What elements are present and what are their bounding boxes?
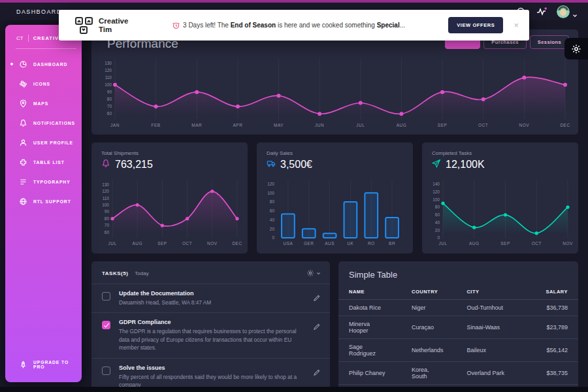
- svg-text:APR: APR: [233, 123, 242, 127]
- svg-text:USA: USA: [283, 241, 293, 246]
- simple-table: NAMECOUNTRYCITYSALARY Dakota RiceNigerOu…: [338, 286, 578, 392]
- sidebar-item-notifications[interactable]: NOTIFICATIONS: [5, 113, 82, 133]
- range-button-sessions[interactable]: Sessions: [530, 35, 569, 49]
- task-checkbox[interactable]: [102, 321, 110, 329]
- stat-card-daily-sales: Daily Sales 3,500€ 020406080100120USAGER…: [257, 142, 413, 253]
- active-dot: [10, 63, 13, 65]
- task-checkbox[interactable]: [102, 367, 110, 375]
- column-header: SALARY: [535, 286, 578, 300]
- svg-text:AUG: AUG: [469, 241, 480, 246]
- svg-text:NOV: NOV: [519, 123, 530, 127]
- svg-text:BR: BR: [389, 241, 395, 246]
- svg-text:DEC: DEC: [232, 241, 242, 246]
- table-cell: Dakota Rice: [338, 300, 401, 316]
- task-list: Update the DocumentationDwuamish Head, S…: [91, 284, 330, 392]
- task-edit-button[interactable]: [313, 293, 321, 304]
- table-cell: $56,142: [535, 339, 578, 362]
- tasks-header: TASKS(5) Today: [91, 261, 330, 284]
- sidebar-item-maps[interactable]: MAPS: [5, 93, 82, 113]
- sidebar-item-label: RTL SUPPORT: [33, 199, 71, 204]
- sidebar-item-icons[interactable]: ICONS: [5, 74, 82, 93]
- svg-text:70: 70: [107, 104, 112, 108]
- svg-text:100: 100: [433, 197, 440, 202]
- bell-icon: [19, 119, 27, 127]
- svg-text:90: 90: [105, 209, 110, 214]
- pencil-icon: [313, 368, 321, 376]
- sidebar-item-user-profile[interactable]: USER PROFILE: [5, 133, 82, 152]
- tasks-settings-button[interactable]: [306, 269, 321, 277]
- svg-text:60: 60: [105, 230, 110, 235]
- table-cell: Minerva Hooper: [338, 316, 401, 339]
- upgrade-to-pro-button[interactable]: UPGRADE TO PRO: [5, 355, 82, 374]
- stat-value: 12,100K: [432, 159, 485, 171]
- view-offers-button[interactable]: VIEW OFFERS: [448, 17, 503, 33]
- svg-text:140: 140: [433, 182, 440, 186]
- svg-text:MAY: MAY: [274, 123, 284, 127]
- sidebar-item-label: DASHBOARD: [33, 62, 67, 67]
- globe-icon: [19, 197, 27, 206]
- sidebar-menu: DASHBOARDICONSMAPSNOTIFICATIONSUSER PROF…: [5, 54, 82, 211]
- sidebar-item-label: TYPOGRAPHY: [33, 180, 71, 184]
- sidebar-item-label: MAPS: [33, 101, 48, 106]
- task-body: Update the DocumentationDwuamish Head, S…: [119, 290, 306, 306]
- total-shipments-chart: 60708090100110120130JULAUGSEPOCTNOVDEC: [97, 176, 242, 247]
- send-icon: [432, 159, 441, 168]
- table-cell: $23,789: [535, 316, 578, 339]
- svg-text:0: 0: [437, 235, 440, 240]
- app: DASHBOARD: [0, 0, 588, 392]
- avatar[interactable]: [557, 5, 570, 18]
- alarm-clock-icon: [172, 21, 180, 29]
- stat-card-completed-tasks: Completed Tasks 12,100K 0204060801001201…: [422, 142, 578, 253]
- table-cell: $38,735: [535, 362, 578, 385]
- settings-gear-button[interactable]: [564, 38, 588, 59]
- svg-text:100: 100: [105, 82, 112, 87]
- svg-text:70: 70: [105, 223, 110, 227]
- caret-down-icon: [316, 271, 321, 276]
- svg-text:AUG: AUG: [397, 123, 407, 127]
- task-title: GDPR Compliance: [119, 319, 306, 325]
- sidebar-upgrade: UPGRADE TO PRO: [5, 355, 82, 374]
- sidebar-divider: [16, 48, 76, 49]
- puzzle-icon: [19, 158, 27, 167]
- svg-text:DEC: DEC: [560, 123, 570, 127]
- svg-text:120: 120: [102, 189, 109, 193]
- svg-text:20: 20: [435, 228, 440, 233]
- svg-text:60: 60: [270, 208, 275, 213]
- svg-text:130: 130: [102, 182, 109, 187]
- svg-text:110: 110: [105, 75, 112, 80]
- rocket-icon: [19, 361, 27, 369]
- pencil-icon: [313, 323, 321, 331]
- column-header: CITY: [456, 286, 535, 300]
- table-cell: Korea, South: [401, 362, 456, 385]
- table-cell: Sinaai-Waas: [456, 316, 535, 339]
- svg-text:SEP: SEP: [438, 123, 448, 127]
- task-edit-button[interactable]: [313, 321, 321, 333]
- gear-icon: [306, 269, 314, 277]
- stat-value: 3,500€: [267, 159, 312, 171]
- table-row: Minerva HooperCuraçaoSinaai-Waas$23,789: [338, 316, 578, 339]
- task-edit-button[interactable]: [313, 367, 321, 379]
- table-cell: Oud-Turnhout: [456, 300, 535, 316]
- sidebar-item-rtl-support[interactable]: RTL SUPPORT: [5, 191, 82, 211]
- sidebar-item-table-list[interactable]: TABLE LIST: [5, 152, 82, 172]
- svg-text:NOV: NOV: [207, 241, 218, 246]
- banner-close-button[interactable]: ×: [514, 20, 519, 30]
- svg-text:OCT: OCT: [532, 241, 542, 246]
- brand-initials: CT: [16, 35, 24, 41]
- svg-text:OCT: OCT: [182, 241, 192, 246]
- promo-banner: Creative Tim 3 Days left! The End of Sea…: [59, 10, 529, 41]
- banner-message: 3 Days left! The End of Season is here a…: [129, 21, 448, 29]
- svg-text:JUN: JUN: [315, 123, 324, 127]
- svg-text:AUS: AUS: [325, 241, 335, 246]
- sidebar-item-typography[interactable]: TYPOGRAPHY: [5, 172, 82, 191]
- task-checkbox[interactable]: [102, 292, 110, 301]
- brand-divider: [28, 35, 29, 42]
- svg-text:SEP: SEP: [157, 241, 167, 246]
- sidebar-item-label: TABLE LIST: [33, 160, 65, 165]
- notifications-pulse-icon[interactable]: [536, 7, 547, 17]
- sidebar-item-dashboard[interactable]: DASHBOARD: [5, 54, 82, 74]
- svg-text:SEP: SEP: [500, 241, 510, 246]
- page-title: DASHBOARD: [16, 8, 62, 15]
- user-menu[interactable]: [557, 5, 578, 18]
- svg-text:40: 40: [435, 220, 440, 225]
